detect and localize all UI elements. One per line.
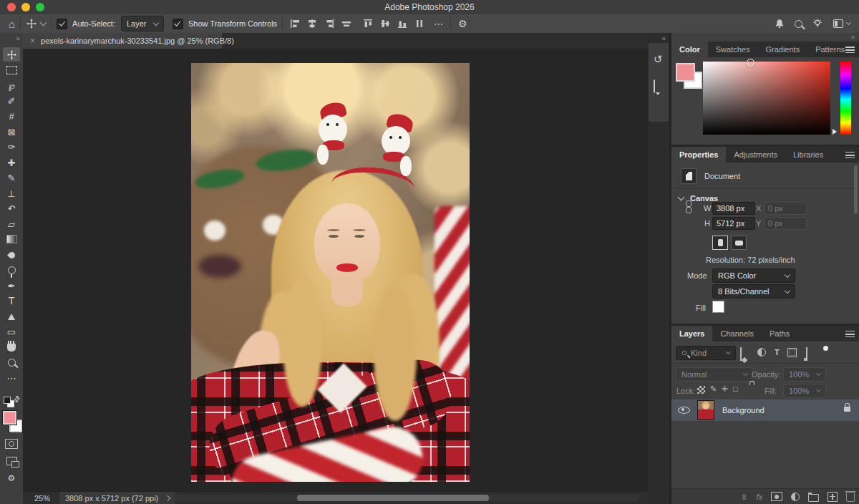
panel-menu-icon[interactable] [845, 331, 855, 337]
history-panel-icon[interactable]: ↺ [654, 53, 663, 66]
canvas-area[interactable] [23, 49, 648, 491]
close-tab-icon[interactable]: × [30, 36, 35, 46]
brush-tool[interactable]: ✎ [3, 170, 20, 185]
object-selection-tool[interactable]: ✐ [3, 94, 20, 108]
edit-toolbar-button[interactable]: ⋯ [3, 371, 20, 385]
tab-gradients[interactable]: Gradients [757, 42, 807, 57]
filter-kind-dropdown[interactable]: Kind [676, 346, 736, 360]
distribute-horizontal-icon[interactable] [341, 18, 352, 29]
dodge-tool[interactable] [3, 263, 20, 277]
notifications-bell-icon[interactable] [774, 18, 785, 29]
section-collapse-chevron[interactable] [678, 194, 685, 201]
tab-libraries[interactable]: Libraries [785, 147, 831, 163]
blend-mode-dropdown[interactable]: Normal [676, 367, 753, 382]
v-scrollbar-thumb[interactable] [854, 165, 858, 214]
clone-stamp-tool[interactable]: ⊥ [3, 186, 20, 200]
blur-tool[interactable] [3, 248, 20, 262]
default-colors-icon[interactable] [4, 397, 11, 404]
filter-adjustment-layers-icon[interactable] [757, 348, 766, 357]
new-group-icon[interactable] [808, 494, 819, 502]
hand-tool[interactable] [3, 340, 20, 354]
tab-swatches[interactable]: Swatches [708, 42, 758, 57]
delete-layer-icon[interactable] [846, 493, 855, 502]
align-horizontal-centers-icon[interactable] [306, 18, 318, 29]
show-transform-checkbox[interactable] [173, 19, 183, 29]
panel-menu-icon[interactable] [845, 152, 855, 158]
healing-brush-tool[interactable]: ✚ [3, 155, 20, 170]
search-icon[interactable] [795, 20, 802, 28]
tab-paths[interactable]: Paths [762, 326, 797, 341]
color-mode-dropdown[interactable]: RGB Color [712, 268, 795, 283]
lock-artboard-icon[interactable]: □ [733, 384, 738, 393]
align-bottom-edges-icon[interactable] [397, 18, 408, 29]
filter-type-layers-icon[interactable]: T [775, 348, 780, 357]
filter-smart-objects-icon[interactable] [806, 347, 807, 361]
gradient-tool[interactable] [3, 232, 20, 246]
collapse-panels-chevron[interactable]: » [850, 33, 855, 41]
fill-field[interactable]: 100% [783, 384, 826, 398]
expand-tools-chevron[interactable]: » [16, 34, 20, 42]
document-tab[interactable]: × pexels-karinarymarchuk-30233541.jpg @ … [23, 33, 222, 49]
auto-select-checkbox[interactable] [57, 19, 67, 29]
lock-transparency-icon[interactable] [697, 386, 705, 394]
lasso-tool[interactable]: ℘ [3, 78, 20, 92]
zoom-tool[interactable] [3, 355, 20, 369]
screen-mode-button[interactable] [3, 454, 20, 468]
filter-frame-layers-icon[interactable] [787, 348, 797, 357]
fill-swatch[interactable] [712, 301, 724, 313]
rectangle-tool[interactable]: ▭ [3, 324, 20, 339]
distribute-vertical-icon[interactable] [414, 18, 425, 29]
comments-panel-icon[interactable] [654, 80, 655, 93]
h-scrollbar-thumb[interactable] [297, 495, 489, 501]
align-left-edges-icon[interactable] [289, 18, 301, 29]
path-selection-tool[interactable] [3, 309, 20, 324]
link-layers-icon[interactable]: ∞ [739, 493, 749, 500]
tab-color[interactable]: Color [671, 42, 708, 57]
lock-move-icon[interactable]: ✛ [722, 384, 728, 394]
y-input[interactable]: 0 px [764, 217, 807, 230]
move-tool-icon[interactable] [26, 18, 37, 29]
new-adjustment-layer-icon[interactable] [791, 493, 800, 501]
gear-icon[interactable]: ⚙ [458, 18, 467, 29]
width-input[interactable]: 3808 px [712, 202, 755, 215]
add-mask-icon[interactable] [771, 492, 782, 501]
height-input[interactable]: 5712 px [712, 217, 755, 230]
tab-properties[interactable]: Properties [671, 147, 726, 163]
move-tool[interactable] [3, 47, 20, 62]
tab-channels[interactable]: Channels [712, 326, 761, 341]
tool-preset-chevron-icon[interactable] [40, 19, 47, 26]
filter-toggle-icon[interactable] [823, 346, 828, 351]
type-tool[interactable]: T [3, 294, 20, 308]
saturation-brightness-field[interactable] [703, 62, 830, 135]
align-vertical-centers-icon[interactable] [379, 18, 391, 29]
crop-tool[interactable]: # [3, 109, 20, 123]
layer-name[interactable]: Background [722, 406, 765, 415]
frame-tool[interactable]: ⊠ [3, 125, 20, 139]
document-image[interactable] [191, 63, 470, 482]
eyedropper-tool[interactable]: ✑ [3, 140, 20, 154]
layer-effects-icon[interactable]: fx [757, 493, 763, 501]
align-top-edges-icon[interactable] [362, 18, 374, 29]
align-right-edges-icon[interactable] [324, 18, 335, 29]
foreground-color-swatch[interactable] [676, 63, 695, 82]
expand-dock-chevron[interactable]: « [661, 34, 666, 42]
auto-select-dropdown[interactable]: Layer [121, 16, 164, 32]
eraser-tool[interactable]: ▱ [3, 217, 20, 231]
tab-layers[interactable]: Layers [671, 326, 712, 341]
discover-lightbulb-icon[interactable] [812, 18, 823, 29]
foreground-color-swatch[interactable] [3, 411, 16, 425]
panel-menu-icon[interactable] [845, 47, 855, 53]
extra-tool-button[interactable]: ⚙ [3, 471, 20, 485]
tab-adjustments[interactable]: Adjustments [726, 147, 785, 163]
filter-pixel-layers-icon[interactable] [740, 347, 742, 361]
history-brush-tool[interactable]: ↶ [3, 201, 20, 215]
more-options-icon[interactable]: ⋯ [434, 19, 443, 29]
lock-paint-icon[interactable]: ✎ [710, 384, 717, 394]
x-input[interactable]: 0 px [764, 202, 807, 215]
new-layer-icon[interactable] [828, 492, 838, 502]
workspace-switcher[interactable] [833, 18, 850, 29]
pen-tool[interactable]: ✒ [3, 278, 20, 293]
layer-locked-icon[interactable] [844, 407, 850, 412]
portrait-orientation-button[interactable] [712, 236, 728, 250]
layer-thumbnail[interactable] [697, 400, 714, 420]
